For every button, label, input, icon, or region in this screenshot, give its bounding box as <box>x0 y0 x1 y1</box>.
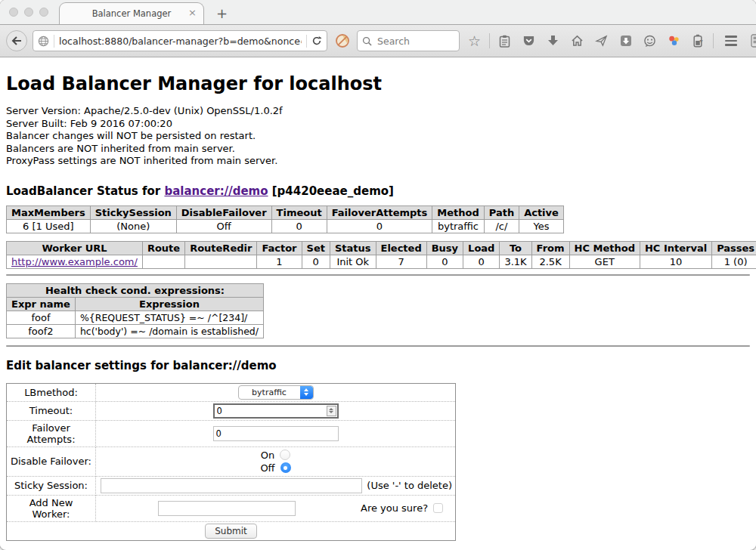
close-window-button[interactable] <box>9 8 18 17</box>
table-header-row: MaxMembers StickySession DisableFailover… <box>7 205 564 219</box>
add-worker-input[interactable] <box>158 501 296 516</box>
form-row-lbmethod: LBmethod: bytraffic <box>7 383 456 401</box>
close-tab-icon[interactable]: × <box>188 8 197 17</box>
tab-bar: Balancer Manager × + <box>0 0 756 25</box>
pocket-icon <box>522 35 535 47</box>
lbmethod-selected-value: bytraffic <box>239 388 300 397</box>
column-header: DisableFailover <box>176 205 271 219</box>
submit-button[interactable]: Submit <box>205 524 257 539</box>
table-header-row: Expr name Expression <box>7 297 264 311</box>
send-button[interactable] <box>592 30 611 51</box>
sticky-session-input[interactable] <box>101 478 362 493</box>
cell-worker-url: http://www.example.com/ <box>7 255 143 268</box>
timeout-cell <box>96 401 456 420</box>
select-stepper-icon <box>300 386 313 399</box>
column-header: Status <box>330 241 376 255</box>
search-input[interactable] <box>376 35 444 48</box>
timeout-input-wrap <box>213 403 339 419</box>
form-row-add-worker: Add New Worker: Are you sure? <box>7 495 456 521</box>
worker-table: Worker URL Route RouteRedir Factor Set S… <box>6 241 756 269</box>
search-bar[interactable] <box>357 30 460 51</box>
sticky-label: Sticky Session: <box>7 476 96 495</box>
downloads-button[interactable] <box>544 30 562 51</box>
bookmark-button[interactable]: ☆ <box>465 30 484 51</box>
back-icon <box>11 36 22 45</box>
download-panel-button[interactable] <box>616 30 635 51</box>
lbmethod-cell: bytraffic <box>96 383 456 401</box>
form-row-failover: Failover Attempts: <box>7 420 456 446</box>
cell-routeredir <box>185 255 257 268</box>
blocker-icon <box>335 33 350 48</box>
column-header: Worker URL <box>7 241 143 255</box>
cell-set: 0 <box>302 255 330 268</box>
menu-button[interactable] <box>721 30 740 51</box>
toolbar-divider <box>713 33 714 48</box>
pocket-button[interactable] <box>519 30 538 51</box>
url-text[interactable]: localhost:8880/balancer-manager?b=demo&n… <box>59 36 302 47</box>
cell-route <box>142 255 184 268</box>
lbmethod-select[interactable]: bytraffic <box>238 385 314 400</box>
column-header: Expr name <box>7 297 76 311</box>
column-header: Set <box>302 241 330 255</box>
health-check-title: Health check cond. expressions: <box>7 283 264 297</box>
sidebar-panel-button[interactable]: ▾ <box>689 30 708 51</box>
tab-groups-button[interactable] <box>748 30 756 51</box>
server-version-line: Server Version: Apache/2.5.0-dev (Unix) … <box>6 105 750 118</box>
cell-hc-interval: 10 <box>640 255 711 268</box>
cell-passes: 1 (0) <box>712 255 756 268</box>
back-button[interactable] <box>6 30 27 51</box>
cell-status: Init Ok <box>330 255 376 268</box>
column-header: Timeout <box>271 205 327 219</box>
column-header: From <box>531 241 569 255</box>
home-icon <box>571 35 584 47</box>
chat-button[interactable] <box>640 30 659 51</box>
radio-off-label: Off <box>260 462 274 474</box>
cell-stickysession: (None) <box>90 219 176 233</box>
extension-colors-button[interactable] <box>665 30 683 51</box>
worker-url-link[interactable]: http://www.example.com/ <box>11 256 138 267</box>
are-you-sure-checkbox[interactable] <box>433 503 443 513</box>
table-row: 6 [1 Used] (None) Off 0 0 bytraffic /c/ … <box>7 219 564 233</box>
column-header: Factor <box>257 241 302 255</box>
server-built-line: Server Built: Feb 9 2016 07:00:20 <box>6 118 750 131</box>
timeout-input[interactable] <box>215 406 327 416</box>
toolbar-divider <box>489 33 490 48</box>
new-tab-button[interactable]: + <box>216 7 228 20</box>
page-content: Load Balancer Manager for localhost Serv… <box>0 57 756 548</box>
column-header: Path <box>484 205 519 219</box>
server-info: Server Version: Apache/2.5.0-dev (Unix) … <box>6 105 750 168</box>
minimize-window-button[interactable] <box>24 8 33 17</box>
clipboard-icon <box>499 35 510 48</box>
cell-failoverattempts: 0 <box>327 219 432 233</box>
sticky-delete-note: (Use '-' to delete) <box>367 480 452 491</box>
cell-from: 2.5K <box>531 255 569 268</box>
failover-attempts-input[interactable] <box>213 426 339 441</box>
tab-balancer-manager[interactable]: Balancer Manager × <box>59 2 204 24</box>
cell-path: /c/ <box>484 219 519 233</box>
cell-method: bytraffic <box>432 219 484 233</box>
cell-timeout: 0 <box>271 219 327 233</box>
window-controls[interactable] <box>9 8 48 17</box>
disable-failover-cell: On Off <box>96 446 456 476</box>
edit-settings-heading: Edit balancer settings for balancer://de… <box>6 359 750 372</box>
url-bar[interactable]: localhost:8880/balancer-manager?b=demo&n… <box>33 30 327 51</box>
radio-on-line: On <box>99 449 452 462</box>
divider <box>6 345 750 347</box>
zoom-window-button[interactable] <box>39 8 48 17</box>
home-button[interactable] <box>568 30 587 51</box>
column-header: Busy <box>426 241 463 255</box>
balancer-demo-link[interactable]: balancer://demo <box>164 184 268 198</box>
form-row-disable-failover: Disable Failover: On Off <box>7 446 456 476</box>
cell-active: Yes <box>519 219 564 233</box>
content-blocker-button[interactable] <box>333 30 352 51</box>
radio-on[interactable] <box>280 450 290 460</box>
add-worker-label: Add New Worker: <box>7 495 96 521</box>
cell-load: 0 <box>463 255 500 268</box>
clipboard-button[interactable] <box>495 30 514 51</box>
cell-disablefailover: Off <box>176 219 271 233</box>
reload-icon[interactable] <box>311 36 322 46</box>
cell-expression: hc('body') =~ /domain is established/ <box>75 324 263 338</box>
submit-cell: Submit <box>7 521 456 540</box>
radio-off[interactable] <box>280 462 291 473</box>
number-spinner-icon[interactable] <box>327 406 336 416</box>
